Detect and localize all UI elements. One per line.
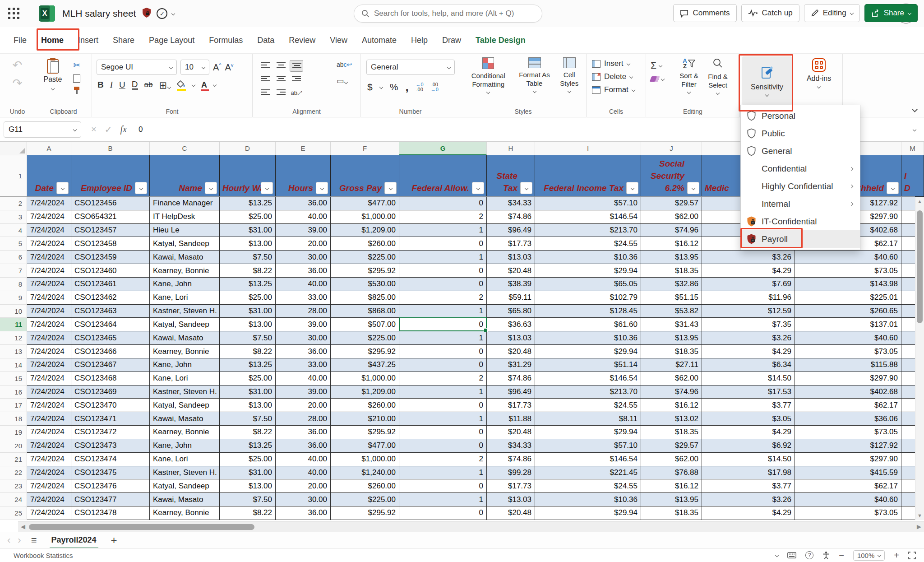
currency-format-icon[interactable]: $	[367, 82, 373, 93]
double-underline-icon[interactable]: D	[132, 80, 138, 90]
cell-B15[interactable]: CSO123468	[71, 372, 150, 386]
cell-G24[interactable]: 1	[399, 493, 487, 506]
search-bar[interactable]	[354, 5, 542, 23]
font-color-chevron-icon[interactable]	[213, 83, 217, 87]
cell-E6[interactable]: 30.00	[276, 251, 331, 264]
column-header-G[interactable]: G	[399, 142, 487, 155]
horizontal-scroll-thumb[interactable]	[29, 524, 254, 530]
cell-I10[interactable]: $128.45	[535, 305, 641, 318]
cell-F23[interactable]: $260.00	[331, 479, 399, 493]
cell-B20[interactable]: CSO123473	[71, 439, 150, 453]
cell-K24[interactable]: $3.26	[702, 493, 795, 506]
title-chevron-down-icon[interactable]	[171, 12, 175, 15]
column-header-E[interactable]: E	[276, 142, 331, 155]
cell-F19[interactable]: $295.92	[331, 426, 399, 439]
ribbon-tab-data[interactable]: Data	[250, 27, 282, 53]
align-bottom-icon[interactable]	[290, 60, 303, 72]
table-header-cell-J[interactable]: Social Security 6.2%	[641, 155, 702, 197]
zoom-out-icon[interactable]: −	[839, 550, 844, 561]
row-header-7[interactable]: 7	[0, 264, 27, 278]
cell-A13[interactable]: 7/24/2024	[27, 345, 71, 358]
cell-K7[interactable]: $4.29	[702, 264, 795, 278]
cell-G4[interactable]: 1	[399, 224, 487, 237]
cell-B8[interactable]: CSO123461	[71, 278, 150, 291]
copy-icon[interactable]	[73, 74, 80, 83]
cell-K19[interactable]: $4.29	[702, 426, 795, 439]
cell-H8[interactable]: $38.39	[487, 278, 535, 291]
cell-K10[interactable]: $12.59	[702, 305, 795, 318]
cell-I12[interactable]: $10.36	[535, 331, 641, 345]
row-header-16[interactable]: 16	[0, 386, 27, 399]
cell-H2[interactable]: $34.33	[487, 197, 535, 210]
cell-E7[interactable]: 36.00	[276, 264, 331, 278]
filter-dropdown-button[interactable]	[887, 182, 899, 194]
cell-J17[interactable]: $16.12	[641, 399, 702, 412]
row-header-24[interactable]: 24	[0, 493, 27, 506]
cell-H18[interactable]: $11.88	[487, 412, 535, 426]
cell-B4[interactable]: CSO123457	[71, 224, 150, 237]
cell-L9[interactable]: $225.01	[795, 291, 901, 305]
cell-J25[interactable]: $18.35	[641, 506, 702, 520]
row-header-10[interactable]: 10	[0, 305, 27, 318]
cell-F17[interactable]: $260.00	[331, 399, 399, 412]
cell-A11[interactable]: 7/24/2024	[27, 318, 71, 331]
cell-F18[interactable]: $210.00	[331, 412, 399, 426]
cell-D4[interactable]: $31.00	[220, 224, 276, 237]
conditional-formatting-button[interactable]: Conditional Formatting	[463, 57, 513, 93]
cell-F24[interactable]: $225.00	[331, 493, 399, 506]
cell-F25[interactable]: $295.92	[331, 506, 399, 520]
sheet-tab-payroll2024[interactable]: Payroll2024	[49, 534, 99, 547]
cell-J6[interactable]: $13.95	[641, 251, 702, 264]
cell-E25[interactable]: 36.00	[276, 506, 331, 520]
row-header-1[interactable]: 1	[0, 155, 27, 197]
format-cells-button[interactable]: Format	[592, 85, 635, 94]
font-color-icon[interactable]: A	[201, 80, 207, 90]
cell-E18[interactable]: 28.00	[276, 412, 331, 426]
cell-A2[interactable]: 7/24/2024	[27, 197, 71, 210]
cell-C24[interactable]: Kawai, Masato	[150, 493, 220, 506]
cell-E20[interactable]: 36.00	[276, 439, 331, 453]
cell-L19[interactable]: $73.05	[795, 426, 901, 439]
scroll-left-icon[interactable]: ◀	[21, 522, 25, 532]
cell-A15[interactable]: 7/24/2024	[27, 372, 71, 386]
workbook-statistics-button[interactable]: Workbook Statistics	[14, 552, 73, 559]
cell-E5[interactable]: 20.00	[276, 237, 331, 251]
filter-dropdown-button[interactable]	[261, 182, 273, 194]
cell-E11[interactable]: 39.00	[276, 318, 331, 331]
cell-C17[interactable]: Katyal, Sandeep	[150, 399, 220, 412]
align-right-icon[interactable]	[290, 74, 303, 85]
scroll-right-icon[interactable]: ▶	[917, 522, 921, 532]
align-top-icon[interactable]	[259, 60, 273, 72]
cell-G16[interactable]: 1	[399, 386, 487, 399]
cell-K23[interactable]: $3.77	[702, 479, 795, 493]
cell-J14[interactable]: $27.11	[641, 358, 702, 372]
cell-H25[interactable]: $20.48	[487, 506, 535, 520]
cell-B17[interactable]: CSO123470	[71, 399, 150, 412]
cell-C18[interactable]: Kawai, Masato	[150, 412, 220, 426]
column-header-D[interactable]: D	[220, 142, 276, 155]
cell-G18[interactable]: 1	[399, 412, 487, 426]
cell-C9[interactable]: Kane, Lori	[150, 291, 220, 305]
cell-D11[interactable]: $13.00	[220, 318, 276, 331]
cell-J2[interactable]: $29.57	[641, 197, 702, 210]
cell-D16[interactable]: $31.00	[220, 386, 276, 399]
cell-D3[interactable]: $25.00	[220, 210, 276, 224]
cell-D23[interactable]: $13.00	[220, 479, 276, 493]
cell-G15[interactable]: 2	[399, 372, 487, 386]
cell-K18[interactable]: $3.05	[702, 412, 795, 426]
cell-A18[interactable]: 7/24/2024	[27, 412, 71, 426]
cell-F20[interactable]: $477.00	[331, 439, 399, 453]
cell-E2[interactable]: 36.00	[276, 197, 331, 210]
strikethrough-icon[interactable]: ab	[144, 80, 153, 89]
cell-B12[interactable]: CSO123465	[71, 331, 150, 345]
comments-button[interactable]: Comments	[673, 4, 736, 22]
format-as-table-button[interactable]: Format As Table	[517, 57, 553, 93]
grow-font-icon[interactable]: A^	[213, 62, 222, 73]
cell-E3[interactable]: 40.00	[276, 210, 331, 224]
cell-L21[interactable]: $297.90	[795, 453, 901, 466]
cell-E22[interactable]: 40.00	[276, 466, 331, 480]
cell-I7[interactable]: $29.94	[535, 264, 641, 278]
cell-H16[interactable]: $96.49	[487, 386, 535, 399]
percent-format-icon[interactable]: %	[390, 82, 398, 93]
cell-B9[interactable]: CSO123462	[71, 291, 150, 305]
